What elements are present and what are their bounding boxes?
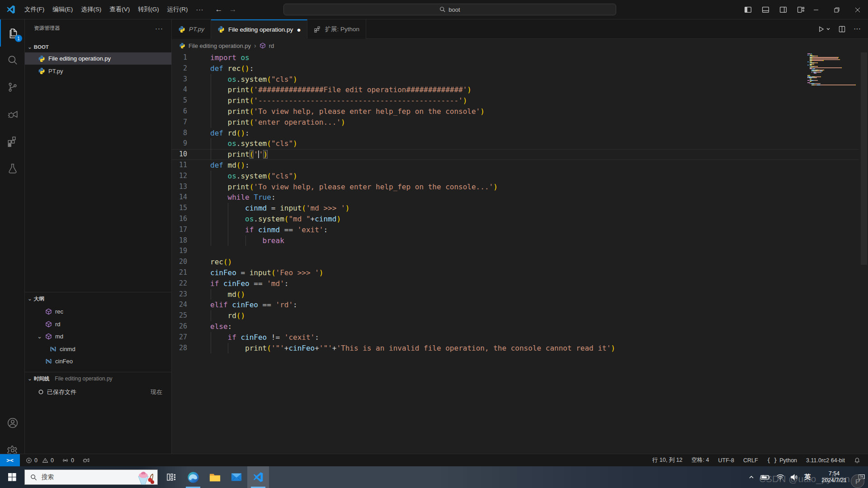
code-line[interactable]: print('To view help, please enter help_f… [210, 182, 498, 192]
volume-icon[interactable] [790, 474, 798, 480]
code-line[interactable]: if cinFeo == 'md': [210, 278, 288, 289]
line-number[interactable]: 11 [179, 160, 187, 171]
wifi-icon[interactable] [776, 474, 784, 480]
code-line[interactable]: cinmd = input('md >>> ') [210, 203, 349, 214]
file-item[interactable]: File editing operation.py [25, 52, 171, 65]
activity-source-control-icon[interactable] [0, 74, 25, 101]
problems-status[interactable]: 0 0 [23, 454, 57, 466]
line-number[interactable]: 6 [183, 106, 187, 117]
code-line[interactable]: rd() [210, 310, 245, 321]
outline-item[interactable]: cinmd [25, 343, 171, 355]
menu-item-0[interactable]: 文件(F) [20, 3, 48, 16]
debug-status[interactable] [79, 454, 93, 466]
code-line[interactable]: if cinmd == 'exit': [210, 225, 328, 235]
indentation[interactable]: 空格: 4 [689, 454, 712, 466]
close-button[interactable] [847, 0, 868, 19]
line-number[interactable]: 21 [179, 267, 187, 278]
line-number[interactable]: 19 [179, 246, 187, 257]
code-line[interactable]: def rd(): [210, 128, 250, 139]
code-line[interactable]: def md(): [210, 160, 250, 171]
code-line[interactable]: md() [210, 289, 245, 300]
line-number[interactable]: 28 [179, 343, 187, 354]
command-center-search[interactable]: boot [283, 4, 616, 15]
outline-item[interactable]: ⌄md [25, 330, 171, 343]
code-line[interactable]: if cinFeo != 'cexit': [210, 332, 319, 343]
code-line[interactable]: print('enter operation...') [210, 117, 345, 128]
line-number[interactable]: 1 [183, 52, 187, 63]
menu-item-3[interactable]: 查看(V) [105, 3, 134, 16]
folder-section-header[interactable]: ⌄ BOOT [25, 42, 171, 52]
line-number[interactable]: 25 [179, 310, 187, 321]
line-number[interactable]: 26 [179, 321, 187, 332]
taskbar-app-task-view[interactable] [160, 466, 182, 488]
taskbar-app-edge[interactable] [182, 466, 204, 488]
activity-accounts-icon[interactable] [0, 409, 25, 436]
code-line[interactable]: import os [210, 52, 250, 63]
code-line[interactable]: print('---------------------------------… [210, 95, 467, 106]
run-python-file-button[interactable] [818, 26, 830, 33]
line-number[interactable]: 22 [179, 278, 187, 289]
customize-layout-icon[interactable] [797, 6, 805, 14]
battery-icon[interactable] [760, 474, 770, 480]
explorer-more-actions-icon[interactable]: ··· [155, 24, 163, 32]
line-number[interactable]: 17 [179, 225, 187, 235]
ports-status[interactable]: 0 [59, 454, 77, 466]
line-number[interactable]: 10 [179, 149, 187, 160]
line-number[interactable]: 18 [179, 235, 187, 246]
code-line[interactable]: while True: [210, 192, 276, 203]
menu-item-5[interactable]: 运行(R) [163, 3, 192, 16]
outline-section-header[interactable]: ⌄ 大纲 [25, 293, 171, 304]
activity-testing-icon[interactable] [0, 155, 25, 182]
line-number[interactable]: 13 [179, 182, 187, 192]
cursor-position[interactable]: 行 10, 列 12 [649, 454, 686, 466]
timeline-section-header[interactable]: ⌄ 时间线 File editing operation.py [25, 373, 171, 384]
input-language-indicator[interactable]: 英 [804, 473, 811, 481]
code-line[interactable]: os.system("cls") [210, 171, 297, 182]
code-line[interactable]: os.system("cls") [210, 74, 297, 85]
line-number[interactable]: 5 [183, 95, 187, 106]
outline-item[interactable]: rec [25, 305, 171, 318]
code-line[interactable]: print('To view help, please enter help_f… [210, 106, 485, 117]
line-number[interactable]: 4 [183, 84, 187, 95]
activity-extensions-icon[interactable] [0, 128, 25, 155]
taskbar-app-mail[interactable] [226, 466, 247, 488]
breadcrumb-file[interactable]: File editing operation.py [189, 42, 251, 49]
dirty-indicator[interactable]: ● [297, 26, 301, 33]
line-number[interactable]: 3 [183, 74, 187, 85]
menu-item-4[interactable]: 转到(G) [134, 3, 163, 16]
code-line[interactable]: def rec(): [210, 63, 254, 74]
code-line[interactable]: print('###############File edit operatio… [210, 84, 472, 95]
code-line[interactable]: print('') [210, 149, 268, 160]
line-number[interactable]: 9 [183, 138, 187, 149]
taskbar-search-box[interactable]: 搜索 [24, 469, 158, 485]
code-line[interactable]: elif cinFeo == 'rd': [210, 300, 297, 310]
eol-sequence[interactable]: CRLF [740, 454, 761, 466]
line-number[interactable]: 12 [179, 171, 187, 182]
line-number[interactable]: 16 [179, 214, 187, 225]
line-number[interactable]: 2 [183, 63, 187, 74]
tab-2[interactable]: File editing operation.py● [211, 19, 307, 39]
line-number[interactable]: 27 [179, 332, 187, 343]
start-button[interactable] [0, 466, 24, 488]
taskbar-app-file-explorer[interactable] [204, 466, 226, 488]
minimap[interactable] [807, 53, 857, 85]
line-number[interactable]: 7 [183, 117, 187, 128]
nav-back-icon[interactable]: ← [215, 5, 223, 14]
menu-item-1[interactable]: 编辑(E) [48, 3, 77, 16]
taskbar-clock[interactable]: 7:54 2024/7/21 [816, 470, 852, 484]
line-number[interactable]: 24 [179, 300, 187, 310]
line-number[interactable]: 14 [179, 192, 187, 203]
restore-button[interactable] [826, 0, 847, 19]
timeline-item[interactable]: 已保存文件现在 [25, 386, 171, 398]
line-number[interactable]: 15 [179, 203, 187, 214]
outline-item[interactable]: cinFeo [25, 355, 171, 367]
code-editor[interactable]: 1234567891011121314151617181920212223242… [172, 52, 868, 454]
editor-more-actions-icon[interactable]: ··· [854, 25, 861, 33]
tray-chevron-up-icon[interactable] [748, 474, 755, 480]
nav-forward-icon[interactable]: → [229, 5, 237, 14]
file-item[interactable]: PT.py [25, 65, 171, 77]
remote-indicator[interactable]: >< [0, 454, 20, 466]
search-daily-image[interactable] [132, 470, 156, 485]
breadcrumb-symbol[interactable]: rd [269, 42, 274, 49]
activity-explorer-icon[interactable]: 1 [0, 19, 26, 47]
